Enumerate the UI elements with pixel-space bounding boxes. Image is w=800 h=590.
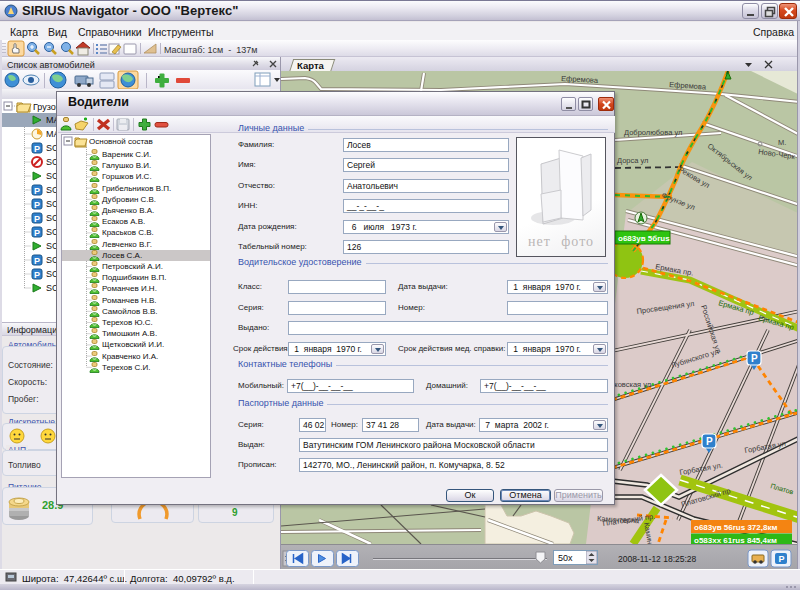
svg-text:о683ув 5бrus: о683ув 5бrus <box>618 234 670 243</box>
svg-text:о583хх 61rus 845,4км: о583хх 61rus 845,4км <box>694 536 777 544</box>
svg-text:о683ув 56rus 372,8км: о683ув 56rus 372,8км <box>694 523 777 532</box>
svg-text:P: P <box>34 144 40 154</box>
svg-text:P: P <box>34 256 40 266</box>
svg-text:Добролюбова ул: Добролюбова ул <box>624 128 682 137</box>
svg-text:P: P <box>751 353 758 364</box>
svg-text:P: P <box>779 554 785 564</box>
svg-text:P: P <box>34 200 40 210</box>
svg-text:P: P <box>706 436 713 447</box>
svg-text:Дорса ул: Дорса ул <box>617 156 648 165</box>
svg-text:P: P <box>34 214 40 224</box>
svg-text:бковская ул: бковская ул <box>610 380 651 389</box>
svg-text:P: P <box>34 270 40 280</box>
svg-text:P: P <box>34 186 40 196</box>
svg-text:М.: М. <box>778 138 786 147</box>
svg-text:P: P <box>34 228 40 238</box>
